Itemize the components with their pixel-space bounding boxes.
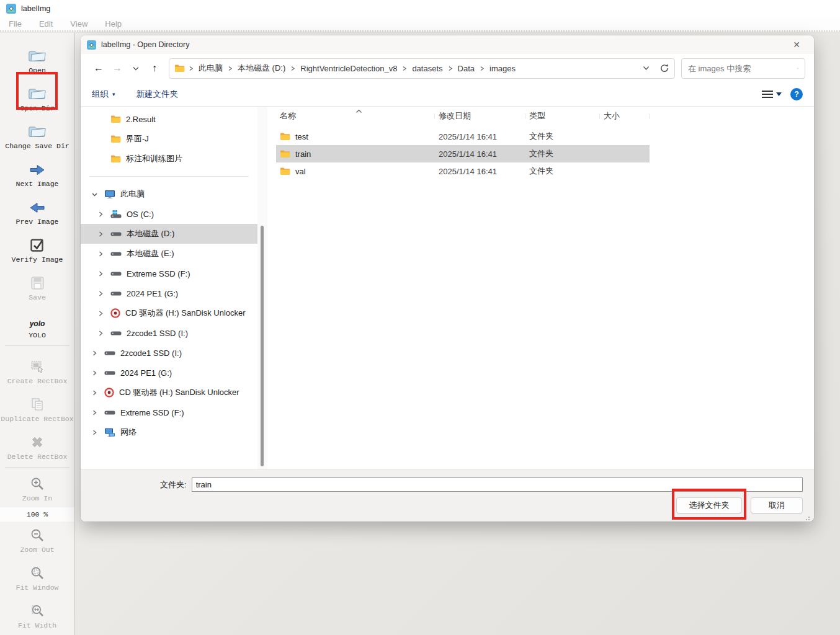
open-directory-dialog: labelImg - Open Directory ✕ ← → ↑ 此电脑 本地… <box>81 35 814 522</box>
tree-item-2zcode1-ssd-i-root[interactable]: 2zcode1 SSD (I:) <box>81 343 257 363</box>
open-button[interactable]: Open <box>0 38 74 74</box>
zoom-level-value[interactable]: 100 % <box>0 507 74 522</box>
tree-item-2024-pe1-g[interactable]: 2024 PE1 (G:) <box>81 283 257 303</box>
zoom-out-icon <box>30 528 45 543</box>
tree-item-os-c[interactable]: OS (C:) <box>81 204 257 224</box>
next-image-button[interactable]: Next Image <box>0 151 74 188</box>
tree-divider <box>89 176 249 177</box>
chevron-right-icon[interactable] <box>89 390 99 396</box>
organize-button[interactable]: 组织 ▾ <box>92 89 115 100</box>
file-row-test[interactable]: test 2025/1/14 16:41 文件夹 <box>276 128 650 145</box>
fit-width-button[interactable]: Fit Width <box>0 593 74 629</box>
chevron-right-icon[interactable] <box>89 430 99 435</box>
chevron-right-icon[interactable] <box>96 291 105 296</box>
tree-scrollbar[interactable] <box>257 107 267 469</box>
search-input[interactable] <box>688 64 797 73</box>
prev-image-button[interactable]: Prev Image <box>0 189 74 226</box>
tree-item-this-pc[interactable]: 此电脑 <box>81 184 257 204</box>
duplicate-rectbox-button[interactable]: Duplicate RectBox <box>0 386 74 423</box>
fit-window-button[interactable]: Fit Window <box>0 555 74 592</box>
breadcrumb-data[interactable]: Data <box>457 64 476 73</box>
tree-item-jiemian-j[interactable]: 界面-J <box>81 129 257 149</box>
column-header-type[interactable]: 类型 <box>525 110 600 122</box>
file-row-val[interactable]: val 2025/1/14 16:41 文件夹 <box>276 162 650 180</box>
folder-name-input[interactable] <box>192 477 803 492</box>
search-box[interactable] <box>681 58 805 79</box>
change-save-dir-button[interactable]: Change Save Dir <box>0 113 74 150</box>
delete-rectbox-button[interactable]: Delete RectBox <box>0 424 74 461</box>
column-header-size[interactable]: 大小 <box>600 110 650 122</box>
chevron-right-icon[interactable] <box>96 271 105 277</box>
tree-item-extreme-ssd-f[interactable]: Extreme SSD (F:) <box>81 264 257 283</box>
address-bar[interactable]: 此电脑 本地磁盘 (D:) RightVentricleDetection_v8… <box>169 58 675 79</box>
close-icon[interactable]: ✕ <box>785 40 808 50</box>
chevron-right-icon[interactable] <box>89 410 99 415</box>
file-modified: 2025/1/14 16:41 <box>435 167 525 176</box>
up-icon[interactable]: ↑ <box>145 63 164 74</box>
dialog-title: labelImg - Open Directory <box>101 40 780 49</box>
fit-width-label: Fit Width <box>18 621 56 629</box>
menu-view[interactable]: View <box>61 19 96 29</box>
chevron-right-icon[interactable] <box>89 370 99 376</box>
tree-item-network[interactable]: 网络 <box>81 422 257 442</box>
verify-image-button[interactable]: Verify Image <box>0 227 74 264</box>
tree-item-extreme-ssd-f-root[interactable]: Extreme SSD (F:) <box>81 402 257 422</box>
tree-item-cd-drive-h[interactable]: CD 驱动器 (H:) SanDisk Unlocker <box>81 303 257 323</box>
tree-item-2zcode1-ssd-i[interactable]: 2zcode1 SSD (I:) <box>81 323 257 343</box>
file-list: 名称 修改日期 类型 大小 test 2025/1/14 16:41 文件夹 <box>267 107 814 469</box>
tree-item-biaozhu[interactable]: 标注和训练图片 <box>81 149 257 169</box>
back-icon[interactable]: ← <box>89 63 108 74</box>
breadcrumb-drive-d[interactable]: 本地磁盘 (D:) <box>236 63 287 74</box>
refresh-icon[interactable] <box>659 63 669 73</box>
column-header-name[interactable]: 名称 <box>276 110 435 122</box>
tree-item-cd-drive-h-root[interactable]: CD 驱动器 (H:) SanDisk Unlocker <box>81 383 257 402</box>
tree-item-2024-pe1-g-root[interactable]: 2024 PE1 (G:) <box>81 363 257 383</box>
chevron-right-icon[interactable] <box>96 251 105 257</box>
address-dropdown-chevron-icon[interactable] <box>643 66 650 71</box>
forward-icon[interactable]: → <box>108 63 127 74</box>
chevron-right-icon[interactable] <box>96 211 105 217</box>
new-folder-button[interactable]: 新建文件夹 <box>136 89 179 100</box>
chevron-right-icon[interactable] <box>96 311 105 316</box>
yolo-format-button[interactable]: yolo YOLO <box>0 303 74 339</box>
arrow-right-icon <box>29 163 45 177</box>
scrollbar-thumb[interactable] <box>261 226 264 466</box>
select-folder-button[interactable]: 选择文件夹 <box>676 497 742 513</box>
breadcrumb-this-pc[interactable]: 此电脑 <box>197 63 224 74</box>
view-options-button[interactable] <box>762 90 782 99</box>
drive-icon <box>104 369 115 377</box>
save-button[interactable]: Save <box>0 265 74 301</box>
open-folder-icon <box>27 86 47 101</box>
chevron-down-icon <box>776 92 782 96</box>
breadcrumb-datasets[interactable]: datasets <box>411 64 444 73</box>
tree-item-label: 2zcode1 SSD (I:) <box>127 329 188 338</box>
tree-item-disk-e[interactable]: 本地磁盘 (E:) <box>81 244 257 264</box>
menu-file[interactable]: File <box>0 19 30 29</box>
tree-item-2result[interactable]: 2.Result <box>81 109 257 129</box>
chevron-right-icon[interactable] <box>96 331 105 336</box>
drive-icon <box>110 270 122 278</box>
column-header-modified[interactable]: 修改日期 <box>435 110 525 122</box>
breadcrumb-project[interactable]: RightVentricleDetection_v8 <box>299 64 398 73</box>
menu-help[interactable]: Help <box>96 19 130 29</box>
cancel-button[interactable]: 取消 <box>751 497 803 513</box>
help-icon[interactable]: ? <box>790 88 803 100</box>
cd-drive-icon <box>110 308 120 318</box>
chevron-right-icon[interactable] <box>89 350 99 356</box>
duplicate-rectbox-label: Duplicate RectBox <box>1 415 73 423</box>
tree-item-label: 本地磁盘 (D:) <box>127 228 174 239</box>
create-rectbox-button[interactable]: Create RectBox <box>0 349 74 385</box>
tree-item-disk-d[interactable]: 本地磁盘 (D:) <box>81 224 257 244</box>
breadcrumb-images[interactable]: images <box>488 64 517 73</box>
resize-grip[interactable] <box>808 517 810 518</box>
zoom-in-button[interactable]: Zoom In <box>0 470 74 502</box>
app-logo-icon <box>87 40 96 50</box>
chevron-right-icon[interactable] <box>96 231 105 237</box>
chevron-down-icon[interactable] <box>89 192 99 197</box>
open-dir-button[interactable]: Open Dir <box>0 76 74 112</box>
recent-locations-chevron-icon[interactable] <box>127 64 145 72</box>
zoom-out-button[interactable]: Zoom Out <box>0 522 74 554</box>
file-row-train[interactable]: train 2025/1/14 16:41 文件夹 <box>276 145 650 162</box>
app-titlebar: labelImg <box>0 0 840 17</box>
menu-edit[interactable]: Edit <box>30 19 61 29</box>
